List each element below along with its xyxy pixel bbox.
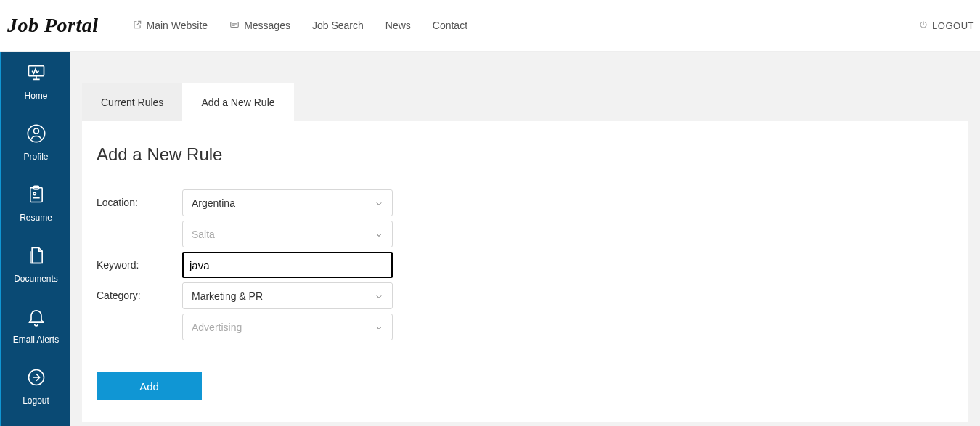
header: Job Portal Main Website Messages Job Sea… [0,0,980,52]
label-keyword: Keyword: [97,252,182,271]
nav-main-website[interactable]: Main Website [132,20,208,32]
nav-contact[interactable]: Contact [433,20,467,31]
select-category[interactable]: Marketing & PR [182,282,393,309]
nav-messages[interactable]: Messages [229,20,290,32]
top-nav: Main Website Messages Job Search News Co… [132,20,467,32]
row-category: Category: Marketing & PR Advertising [97,282,954,340]
svg-rect-0 [231,22,239,27]
arrow-right-circle-icon [26,367,46,390]
nav-job-search[interactable]: Job Search [312,20,364,31]
sidebar-item-label: Profile [23,152,48,162]
sidebar-item-label: Home [24,91,47,101]
row-keyword: Keyword: [97,252,954,278]
select-value: Marketing & PR [192,290,263,302]
brand-logo: Job Portal [7,14,99,37]
nav-news[interactable]: News [385,20,411,31]
select-country[interactable]: Argentina [182,189,393,216]
sidebar-item-label: Documents [14,274,58,284]
sidebar: Home Profile Resume Documents Email Aler… [0,52,70,426]
logout-link-top[interactable]: LOGOUT [919,20,974,31]
chevron-down-icon [375,323,383,332]
page-title: Add a New Rule [97,144,954,165]
document-icon [26,245,46,268]
chevron-down-icon [375,199,383,208]
sidebar-item-logout[interactable]: Logout [1,356,70,417]
nav-label: Contact [433,20,467,31]
label-category: Category: [97,282,182,301]
power-icon [919,20,928,31]
sidebar-item-documents[interactable]: Documents [1,234,70,295]
select-region[interactable]: Salta [182,221,393,247]
nav-label: Main Website [147,20,208,31]
tab-current-rules[interactable]: Current Rules [82,83,182,121]
user-icon [26,123,46,146]
select-value: Argentina [192,197,235,209]
main-content: Current Rules Add a New Rule Add a New R… [70,52,980,426]
tabs: Current Rules Add a New Rule [82,83,968,121]
nav-label: News [385,20,411,31]
logout-label: LOGOUT [932,20,974,31]
add-button[interactable]: Add [97,372,202,400]
sidebar-item-label: Resume [20,213,52,223]
chevron-down-icon [375,230,383,239]
chevron-down-icon [375,292,383,300]
external-link-icon [132,20,142,32]
row-location: Location: Argentina Salta [97,189,954,247]
nav-label: Messages [244,20,290,31]
nav-label: Job Search [312,20,364,31]
sidebar-item-home[interactable]: Home [1,52,70,112]
sidebar-item-label: Logout [23,396,49,406]
input-keyword[interactable] [182,252,393,278]
label-location: Location: [97,189,182,208]
select-value: Salta [192,229,215,240]
sidebar-item-resume[interactable]: Resume [1,173,70,234]
bell-icon [26,306,46,329]
clipboard-icon [26,184,46,207]
sidebar-item-email-alerts[interactable]: Email Alerts [1,295,70,356]
message-icon [229,20,240,32]
card: Add a New Rule Location: Argentina Salta [82,121,968,422]
monitor-icon [26,62,46,85]
select-subcategory[interactable]: Advertising [182,314,393,340]
svg-point-6 [33,192,36,195]
svg-point-3 [33,128,38,134]
sidebar-item-label: Email Alerts [13,335,59,345]
tab-add-new-rule[interactable]: Add a New Rule [182,83,293,121]
select-value: Advertising [192,321,242,333]
sidebar-item-profile[interactable]: Profile [1,112,70,173]
